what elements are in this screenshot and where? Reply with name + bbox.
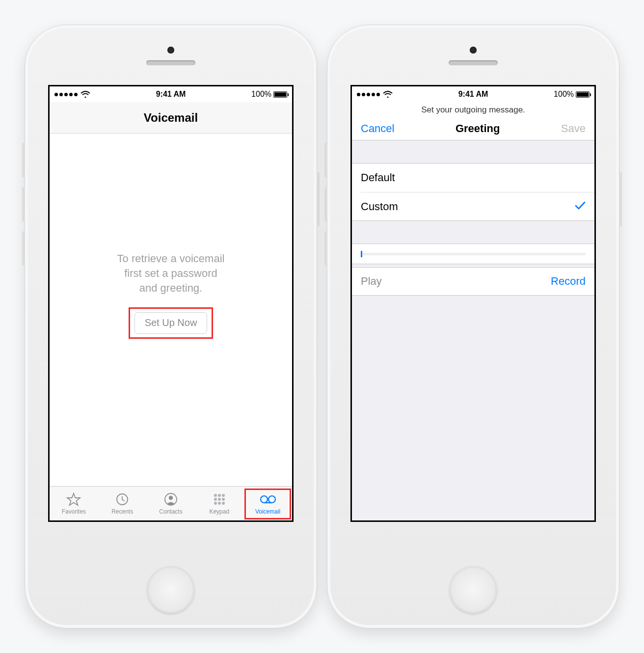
svg-point-10: [218, 502, 221, 505]
recording-progress[interactable]: [352, 244, 594, 264]
screen-greeting: 9:41 AM 100% Set your outgoing message. …: [350, 85, 596, 522]
tab-label: Contacts: [159, 508, 182, 515]
tab-keypad[interactable]: Keypad: [195, 487, 243, 520]
phone-hardware-top: [449, 47, 498, 65]
option-default[interactable]: Default: [352, 163, 594, 192]
progress-track: [361, 253, 586, 255]
tab-favorites[interactable]: Favorites: [50, 487, 98, 520]
voicemail-body: To retrieve a voicemail first set a pass…: [50, 134, 292, 486]
setup-button-callout: Set Up Now: [129, 307, 214, 339]
tab-voicemail[interactable]: Voicemail: [243, 487, 292, 520]
two-phone-stage: 9:41 AM 100% Voicemail To retrieve a voi…: [0, 0, 644, 653]
earpiece-speaker-icon: [449, 60, 498, 65]
play-record-row: Play Record: [352, 267, 594, 296]
cellular-signal-icon: [54, 93, 78, 96]
cancel-button[interactable]: Cancel: [361, 122, 394, 135]
status-time: 9:41 AM: [156, 90, 186, 99]
voicemail-instruction: To retrieve a voicemail first set a pass…: [117, 251, 225, 295]
play-button[interactable]: Play: [361, 275, 382, 288]
battery-icon: [273, 91, 287, 98]
home-button[interactable]: [147, 566, 194, 613]
phone-hardware-top: [146, 47, 195, 65]
home-button[interactable]: [450, 566, 497, 613]
battery-icon: [576, 91, 590, 98]
greeting-options-list: Default Custom: [352, 163, 594, 221]
front-camera-icon: [167, 47, 174, 54]
svg-point-13: [268, 496, 275, 503]
earpiece-speaker-icon: [146, 60, 195, 65]
status-bar: 9:41 AM 100%: [50, 86, 292, 102]
status-time: 9:41 AM: [458, 90, 488, 99]
svg-point-7: [218, 498, 221, 501]
keypad-icon: [213, 492, 226, 507]
voicemail-instruction-line: first set a password: [117, 266, 225, 281]
save-button[interactable]: Save: [561, 122, 586, 135]
battery-percent: 100%: [554, 90, 574, 99]
svg-point-9: [214, 502, 217, 505]
front-camera-icon: [470, 47, 477, 54]
tab-label: Keypad: [209, 508, 229, 515]
svg-point-4: [218, 494, 221, 497]
battery-percent: 100%: [251, 90, 271, 99]
greeting-body: Default Custom Play: [352, 140, 594, 520]
option-label: Custom: [361, 200, 398, 213]
svg-point-12: [261, 496, 268, 503]
tab-contacts[interactable]: Contacts: [147, 487, 195, 520]
iphone-device-left: 9:41 AM 100% Voicemail To retrieve a voi…: [25, 25, 317, 628]
iphone-device-right: 9:41 AM 100% Set your outgoing message. …: [327, 25, 619, 628]
tab-recents[interactable]: Recents: [98, 487, 147, 520]
checkmark-icon: [575, 200, 586, 213]
tab-bar: Favorites Recents Contacts: [50, 486, 292, 520]
svg-point-6: [214, 498, 217, 501]
tab-label: Voicemail: [255, 508, 280, 515]
wifi-icon: [383, 91, 393, 98]
tab-label: Favorites: [62, 508, 86, 515]
screen-voicemail: 9:41 AM 100% Voicemail To retrieve a voi…: [48, 85, 294, 522]
tab-label: Recents: [111, 508, 133, 515]
star-icon: [66, 492, 81, 507]
voicemail-instruction-line: To retrieve a voicemail: [117, 251, 225, 266]
setup-now-button[interactable]: Set Up Now: [134, 312, 208, 334]
voicemail-icon: [260, 492, 276, 507]
record-button[interactable]: Record: [551, 275, 586, 288]
svg-point-8: [222, 498, 225, 501]
svg-point-3: [214, 494, 217, 497]
option-custom[interactable]: Custom: [361, 192, 594, 220]
wifi-icon: [80, 91, 90, 98]
greeting-title: Greeting: [456, 122, 500, 135]
svg-point-5: [222, 494, 225, 497]
option-label: Default: [361, 171, 395, 184]
cellular-signal-icon: [357, 93, 380, 96]
greeting-nav: Cancel Greeting Save: [352, 117, 594, 140]
status-bar: 9:41 AM 100%: [352, 86, 594, 102]
svg-point-11: [222, 502, 225, 505]
nav-title: Voicemail: [144, 111, 198, 125]
clock-icon: [115, 492, 129, 507]
svg-point-2: [169, 496, 173, 500]
greeting-prompt: Set your outgoing message.: [352, 102, 594, 117]
person-icon: [164, 492, 178, 507]
voicemail-instruction-line: and greeting.: [117, 281, 225, 296]
nav-bar: Voicemail: [50, 102, 292, 134]
